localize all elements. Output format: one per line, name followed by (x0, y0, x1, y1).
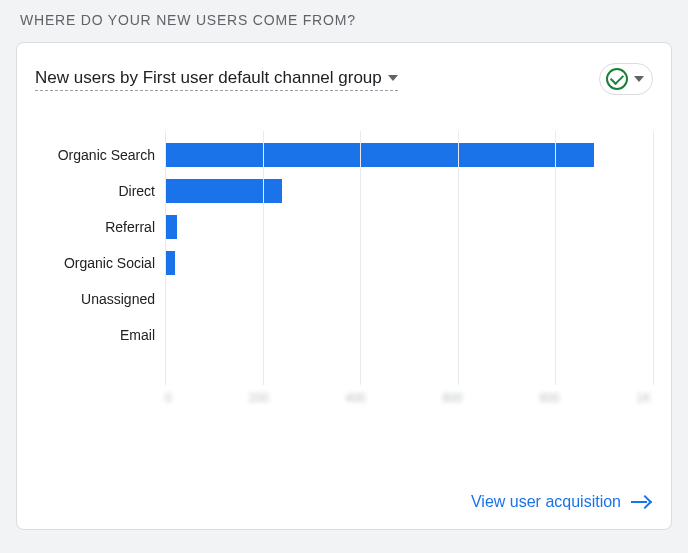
gridline (263, 131, 264, 385)
bar-row (165, 209, 653, 245)
gridline (555, 131, 556, 385)
status-dropdown[interactable] (599, 63, 653, 95)
bar (165, 179, 282, 203)
bars-container (165, 137, 653, 353)
bar (165, 215, 177, 239)
view-acquisition-link[interactable]: View user acquisition (471, 493, 649, 511)
section-title: WHERE DO YOUR NEW USERS COME FROM? (20, 12, 672, 28)
bar-row (165, 245, 653, 281)
gridline (165, 131, 166, 385)
x-axis-tick: 400 (346, 391, 366, 405)
x-axis-tick: 600 (442, 391, 462, 405)
card-footer: View user acquisition (471, 493, 649, 511)
x-axis-tick: 200 (249, 391, 269, 405)
gridline (360, 131, 361, 385)
bar-row (165, 281, 653, 317)
bar-row (165, 317, 653, 353)
gridline (458, 131, 459, 385)
dimension-label: New users by First user default channel … (35, 68, 382, 88)
y-axis-label: Organic Search (35, 137, 165, 173)
bar-row (165, 137, 653, 173)
y-axis-label: Organic Social (35, 245, 165, 281)
check-circle-icon (606, 68, 628, 90)
dimension-dropdown[interactable]: New users by First user default channel … (35, 68, 398, 91)
y-axis-label: Email (35, 317, 165, 353)
chart-area: Organic SearchDirectReferralOrganic Soci… (35, 131, 653, 411)
y-axis-label: Direct (35, 173, 165, 209)
x-axis-tick: 800 (539, 391, 559, 405)
arrow-right-icon (631, 493, 649, 511)
chevron-down-icon (634, 76, 644, 82)
footer-link-label: View user acquisition (471, 493, 621, 511)
chevron-down-icon (388, 75, 398, 81)
bar (165, 251, 175, 275)
y-axis-label: Unassigned (35, 281, 165, 317)
x-axis-tick: 1K (636, 391, 651, 405)
bar-row (165, 173, 653, 209)
y-axis-labels: Organic SearchDirectReferralOrganic Soci… (35, 131, 165, 411)
x-axis-labels: 02004006008001K (165, 391, 653, 405)
x-axis-tick: 0 (165, 391, 172, 405)
card-header: New users by First user default channel … (35, 63, 653, 95)
chart-card: New users by First user default channel … (16, 42, 672, 530)
y-axis-label: Referral (35, 209, 165, 245)
gridline (653, 131, 654, 385)
bar (165, 143, 594, 167)
plot-area (165, 131, 653, 385)
